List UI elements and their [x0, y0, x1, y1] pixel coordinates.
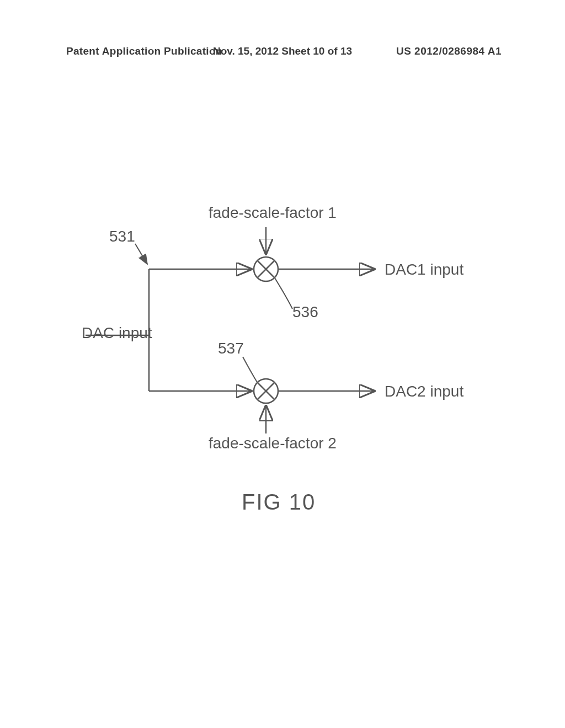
label-ref-536: 536	[292, 303, 318, 321]
figure-label: FIG 10	[242, 490, 316, 515]
diagram-container: fade-scale-factor 1 531 DAC input 536 53…	[0, 199, 565, 502]
label-ref-531: 531	[109, 228, 135, 245]
diagram-svg	[0, 199, 565, 529]
svg-line-16	[135, 244, 147, 264]
label-dac2-input: DAC2 input	[385, 383, 463, 400]
label-dac-input: DAC input	[82, 324, 152, 342]
label-ref-537: 537	[218, 340, 244, 357]
header-right: US 2012/0286984 A1	[396, 45, 502, 57]
label-fade-scale-1: fade-scale-factor 1	[209, 204, 337, 222]
header-left: Patent Application Publication	[66, 45, 222, 57]
label-dac1-input: DAC1 input	[385, 261, 463, 279]
label-fade-scale-2: fade-scale-factor 2	[209, 435, 337, 452]
header-center: Nov. 15, 2012 Sheet 10 of 13	[213, 45, 352, 57]
page-header: Patent Application Publication Nov. 15, …	[0, 45, 565, 57]
